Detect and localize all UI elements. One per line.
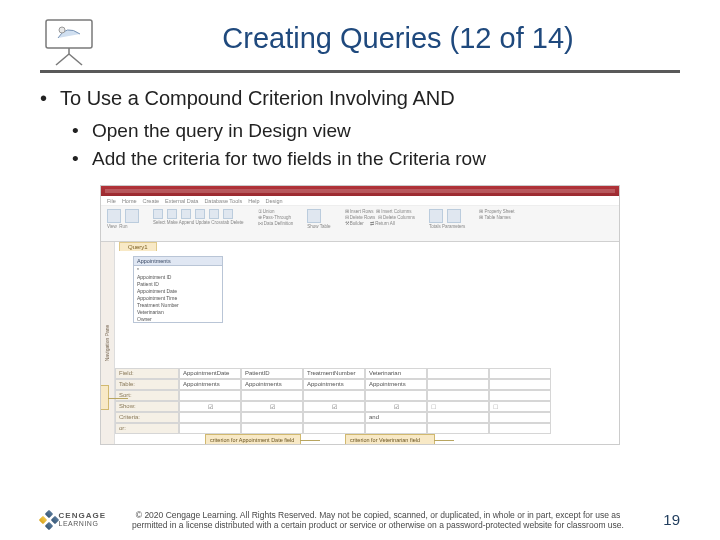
make-table-icon [167, 209, 177, 219]
body-text: • To Use a Compound Criterion Involving … [40, 85, 680, 171]
grid-cell: Appointments [303, 379, 365, 390]
grid-label-criteria: Criteria: [115, 412, 179, 423]
grid-cell [489, 412, 551, 423]
bullet-dot: • [40, 85, 52, 112]
grid-label-field: Field: [115, 368, 179, 379]
select-icon [153, 209, 163, 219]
nav-pane-label: Navigation Pane [105, 325, 111, 362]
cengage-logo: Cengage Learning [40, 511, 106, 529]
logo-line1: Cengage [59, 512, 106, 520]
run-icon [125, 209, 139, 223]
bullet-l2b-text: Add the criteria for two fields in the C… [92, 146, 486, 172]
field-row: * [134, 266, 222, 273]
callout-vet-field: criterion for Veterinarian field [345, 434, 435, 445]
bullet-dot: • [72, 146, 84, 172]
bullet-level-1: • To Use a Compound Criterion Involving … [40, 85, 680, 112]
bullet-level-2: • Add the criteria for two fields in the… [72, 146, 680, 172]
field-row: Appointment ID [134, 273, 222, 280]
show-checkbox [303, 401, 365, 412]
grid-cell [241, 390, 303, 401]
grid-cell [303, 390, 365, 401]
field-row: Appointment Date [134, 287, 222, 294]
show-checkbox [427, 401, 489, 412]
logo-line2: Learning [59, 520, 99, 527]
ribbon-tab: Database Tools [204, 198, 242, 204]
grid-cell [303, 412, 365, 423]
grid-cell [365, 423, 427, 434]
grid-cell [179, 390, 241, 401]
field-row: Owner [134, 315, 222, 322]
grid-cell [489, 368, 551, 379]
grid-cell [179, 412, 241, 423]
field-row: Veterinarian [134, 308, 222, 315]
delete-icon [223, 209, 233, 219]
grid-label-or: or: [115, 423, 179, 434]
grid-cell: Appointments [241, 379, 303, 390]
append-icon [181, 209, 191, 219]
show-checkbox [489, 401, 551, 412]
totals-icon [429, 209, 443, 223]
show-table-icon [307, 209, 321, 223]
bullet-l1-text: To Use a Compound Criterion Involving AN… [60, 85, 455, 112]
grid-label-table: Table: [115, 379, 179, 390]
page-number: 19 [650, 511, 680, 528]
grid-cell [179, 423, 241, 434]
bullet-l2a-text: Open the query in Design view [92, 118, 351, 144]
callout-both-true: because criteria are on the same row, bo… [100, 385, 109, 410]
field-row: Treatment Number [134, 301, 222, 308]
ribbon-tab: Design [266, 198, 283, 204]
show-checkbox [179, 401, 241, 412]
bullet-dot: • [72, 118, 84, 144]
navigation-pane: Navigation Pane [101, 242, 115, 444]
svg-point-1 [59, 27, 65, 33]
grid-cell [427, 412, 489, 423]
grid-cell: Veterinarian [365, 368, 427, 379]
access-screenshot-figure: File Home Create External Data Database … [100, 185, 620, 445]
svg-line-4 [69, 54, 82, 65]
slide-title: Creating Queries (12 of 14) [116, 18, 680, 55]
ribbon: View Run Select Make Append Update Cross… [101, 206, 619, 242]
grid-cell: TreatmentNumber [303, 368, 365, 379]
field-list-box: Appointments * Appointment ID Patient ID… [133, 256, 223, 323]
grid-cell [303, 423, 365, 434]
params-icon [447, 209, 461, 223]
grid-cell [427, 379, 489, 390]
grid-cell [489, 423, 551, 434]
show-checkbox [241, 401, 303, 412]
field-row: Appointment Time [134, 294, 222, 301]
field-row: Patient ID [134, 280, 222, 287]
show-checkbox [365, 401, 427, 412]
ribbon-tab: Home [122, 198, 137, 204]
grid-cell: AppointmentDate [179, 368, 241, 379]
callout-appt-date: criterion for Appointment Date field [205, 434, 301, 445]
query-design-grid: Field: AppointmentDate PatientID Treatme… [115, 368, 619, 444]
field-list-header: Appointments [134, 257, 222, 266]
crosstab-icon [209, 209, 219, 219]
cengage-mark-icon [40, 511, 55, 529]
grid-cell [489, 390, 551, 401]
grid-cell [241, 423, 303, 434]
update-icon [195, 209, 205, 219]
title-row: Creating Queries (12 of 14) [40, 18, 680, 73]
svg-line-3 [56, 54, 69, 65]
grid-cell [489, 379, 551, 390]
access-titlebar [101, 186, 619, 196]
grid-cell [365, 390, 427, 401]
grid-cell: and [365, 412, 427, 423]
grid-cell [427, 423, 489, 434]
grid-cell [241, 412, 303, 423]
ribbon-tab: File [107, 198, 116, 204]
grid-cell: PatientID [241, 368, 303, 379]
query-tab: Query1 [119, 242, 157, 251]
view-icon [107, 209, 121, 223]
grid-cell [427, 368, 489, 379]
grid-label-show: Show: [115, 401, 179, 412]
bullet-level-2: • Open the query in Design view [72, 118, 680, 144]
easel-icon [40, 18, 98, 66]
copyright-text: © 2020 Cengage Learning. All Rights Rese… [118, 510, 638, 530]
ribbon-tab: Create [143, 198, 160, 204]
ribbon-tab: External Data [165, 198, 198, 204]
grid-cell [427, 390, 489, 401]
ribbon-tabs: File Home Create External Data Database … [101, 196, 619, 206]
grid-label-sort: Sort: [115, 390, 179, 401]
